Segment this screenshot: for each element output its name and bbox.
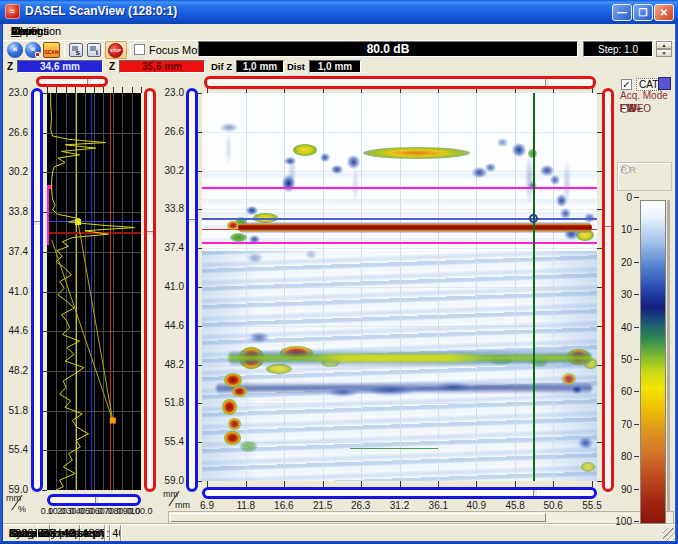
close-button[interactable]: ✕	[654, 4, 674, 21]
menu-bar: FileInspectionConfigOptionsViewAbout...	[3, 24, 675, 41]
colorbar-tick	[634, 197, 639, 198]
color-swatch[interactable]	[658, 77, 671, 90]
colorbar-tick	[634, 229, 639, 230]
bscan-depth-label: 59.0	[157, 475, 184, 486]
gate-line[interactable]	[202, 187, 597, 189]
scan-line-green	[350, 448, 437, 450]
dif-z-readout: 1,0 mm	[236, 60, 284, 73]
connect-icon[interactable]: «	[7, 42, 23, 58]
scan-indication	[485, 163, 495, 172]
ascan-x-label: 100.0	[130, 506, 152, 516]
scan-indication	[540, 165, 553, 176]
scan-indication	[320, 153, 330, 162]
stop-button[interactable]: STOP	[105, 41, 127, 59]
scroll-thumb[interactable]	[533, 490, 538, 496]
bscan-x-label: 31.2	[386, 500, 414, 511]
scroll-thumb[interactable]	[34, 221, 40, 226]
ascan-depth-label: 48.2	[4, 365, 28, 376]
bscan-left-scrollbar[interactable]	[186, 88, 198, 492]
ascan-top-scrollbar[interactable]	[36, 76, 108, 87]
stop-icon: STOP	[108, 43, 123, 58]
scroll-thumb[interactable]	[147, 231, 153, 236]
step-up-button[interactable]: ▲	[656, 41, 672, 49]
colorbar-tick	[634, 294, 639, 295]
colorbar-tick	[634, 391, 639, 392]
rewind-icon[interactable]: «	[25, 42, 41, 58]
scroll-thumb[interactable]	[189, 219, 195, 224]
bscan-depth-label: 33.8	[157, 203, 184, 214]
cat-checkbox[interactable]: ✓	[621, 79, 632, 90]
ascan-x-tick	[56, 87, 57, 93]
bscan-x-label: 21.5	[309, 500, 337, 511]
ascan-display[interactable]	[47, 93, 141, 490]
acq-mode-group-label: Acq. Mode	[620, 90, 668, 101]
scroll-thumb[interactable]	[545, 79, 550, 86]
ascan-x-tick	[122, 87, 123, 93]
gate-line[interactable]	[202, 242, 597, 244]
scan-indication	[224, 373, 242, 387]
z-red-readout: 35,6 mm	[119, 60, 205, 73]
ascan-depth-label: 37.4	[4, 246, 28, 257]
bscan-x-label: 50.6	[539, 500, 567, 511]
scan-indication	[581, 462, 594, 472]
colorbar-tick	[634, 521, 639, 522]
ascan-x-tick	[132, 87, 133, 93]
minimize-button[interactable]: —	[612, 4, 632, 21]
bscan-depth-label: 37.4	[157, 242, 184, 253]
device-info-icon[interactable]: i	[87, 43, 101, 57]
ascan-x-tick	[94, 87, 95, 93]
ascan-bottom-scrollbar[interactable]	[47, 494, 141, 506]
bscan-x-label: 6.9	[193, 500, 221, 511]
status-section: Bytes	[3, 525, 37, 541]
radio-label: FW	[620, 103, 636, 114]
scan-cursor-marker	[529, 214, 538, 223]
colorbar-label: 100	[604, 516, 632, 527]
scan-indication	[366, 385, 414, 396]
ascan-depth-label: 33.8	[4, 206, 28, 217]
bscan-unit-bottom: mm	[175, 500, 190, 510]
scan-indication	[563, 161, 571, 204]
bscan-bottom-scrollbar[interactable]	[202, 487, 597, 499]
scan-icon[interactable]: SCAN	[43, 42, 60, 58]
focus-mouse-checkbox[interactable]	[134, 44, 145, 55]
dist-label: Dist	[287, 61, 305, 72]
scan-indication	[434, 382, 474, 392]
scan-indication	[225, 133, 231, 165]
bscan-z-blue-line	[202, 218, 597, 220]
ascan-left-scrollbar[interactable]	[31, 88, 43, 492]
title-bar[interactable]: ≈ DASEL ScanView (128:0:1)	[0, 0, 678, 24]
step-down-button[interactable]: ▼	[656, 49, 672, 57]
device-settings-icon[interactable]: s	[69, 43, 83, 57]
ascan-depth-label: 41.0	[4, 286, 28, 297]
ascan-depth-label: 23.0	[4, 87, 28, 98]
bscan-top-scrollbar[interactable]	[204, 76, 596, 89]
window-horizontal-scrollbar[interactable]	[168, 511, 674, 524]
bscan-display[interactable]	[202, 93, 597, 481]
resize-grip[interactable]	[663, 528, 675, 540]
ascan-x-tick	[141, 87, 142, 93]
bscan-right-scrollbar[interactable]	[602, 88, 614, 492]
scroll-thumb[interactable]	[95, 497, 100, 503]
window-title: DASEL ScanView (128:0:1)	[25, 4, 177, 18]
bscan-depth-label: 51.8	[157, 397, 184, 408]
ascan-waveform	[47, 93, 141, 490]
z-blue-readout: 34,6 mm	[17, 60, 103, 73]
ascan-right-scrollbar[interactable]	[144, 88, 156, 492]
maximize-button[interactable]: ❐	[633, 4, 653, 21]
scan-indication	[550, 175, 560, 185]
badge-icon	[35, 52, 40, 57]
bscan-x-label: 55.5	[578, 500, 606, 511]
app-icon: ≈	[5, 4, 20, 19]
scroll-thumb[interactable]	[87, 79, 92, 84]
scan-cursor-vline[interactable]	[533, 93, 535, 481]
scan-indication	[228, 418, 241, 430]
scan-indication	[331, 165, 343, 175]
z-red-label: Z	[109, 61, 115, 72]
scroll-thumb[interactable]	[605, 226, 611, 231]
scroll-thumb[interactable]	[170, 513, 546, 522]
ascan-x-tick	[113, 87, 114, 93]
bscan-depth-label: 55.4	[157, 436, 184, 447]
scan-indication	[240, 441, 257, 453]
menu-item-about[interactable]: About...	[3, 24, 57, 37]
bscan-gridline	[246, 93, 247, 481]
